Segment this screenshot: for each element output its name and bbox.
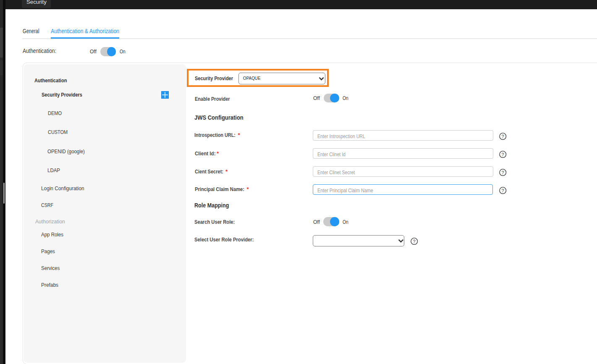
svg-text:?: ? [501, 134, 504, 139]
svg-text:?: ? [501, 188, 504, 193]
svg-text:?: ? [413, 239, 416, 244]
svg-text:?: ? [501, 170, 504, 175]
svg-text:?: ? [501, 152, 504, 157]
